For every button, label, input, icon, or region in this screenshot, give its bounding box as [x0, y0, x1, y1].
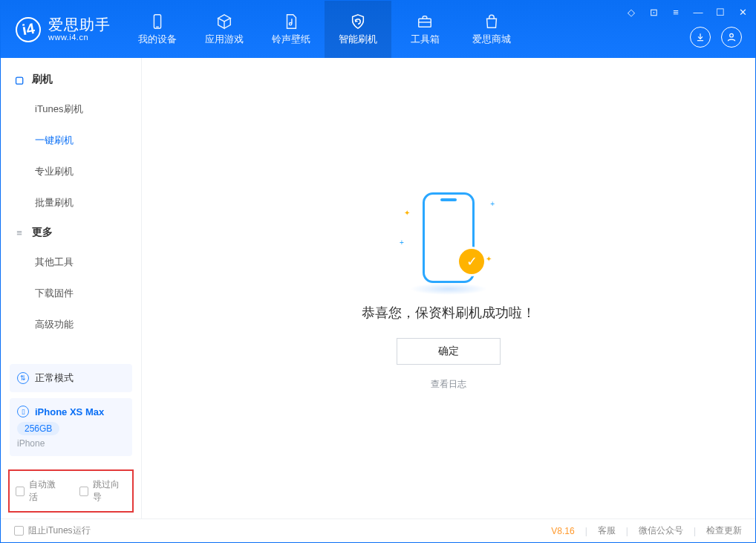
window-controls: ◇ ⊡ ≡ — ☐ ✕ [623, 4, 751, 20]
skin-icon[interactable]: ◇ [623, 4, 639, 20]
device-panel[interactable]: ▯ iPhone XS Max 256GB iPhone [10, 398, 132, 456]
download-icon [695, 32, 706, 42]
ok-button[interactable]: 确定 [397, 338, 501, 365]
toolbox-icon [416, 13, 434, 30]
checkbox-auto-activate[interactable]: 自动激活 [16, 478, 63, 504]
feedback-icon[interactable]: ⊡ [645, 4, 662, 20]
close-button[interactable]: ✕ [734, 4, 751, 20]
checkbox-label: 阻止iTunes运行 [28, 524, 91, 537]
tab-ringtones-wallpapers[interactable]: 铃声壁纸 [258, 1, 325, 58]
app-name: 爱思助手 [48, 16, 111, 33]
mode-panel[interactable]: ⇅ 正常模式 [10, 364, 132, 392]
tab-toolbox[interactable]: 工具箱 [391, 1, 458, 58]
svg-point-2 [289, 22, 291, 25]
checkbox-icon [14, 526, 24, 536]
checkmark-badge-icon: ✓ [459, 249, 484, 274]
svg-rect-0 [154, 14, 160, 27]
header-tabs: 我的设备 应用游戏 铃声壁纸 智能刷机 工具箱 爱思商城 [124, 1, 525, 58]
success-message: 恭喜您，保资料刷机成功啦！ [362, 304, 535, 322]
sidebar-item-download-firmware[interactable]: 下载固件 [1, 278, 141, 309]
tab-label: 智能刷机 [339, 33, 377, 46]
success-illustration: ✓ ✦ + + ✦ [389, 186, 508, 290]
device-type: iPhone [17, 438, 125, 449]
section-label: 刷机 [32, 73, 53, 86]
version-label: V8.16 [551, 526, 574, 536]
tab-smart-flash[interactable]: 智能刷机 [325, 1, 391, 58]
tab-label: 我的设备 [138, 33, 177, 46]
list-icon: ≡ [14, 227, 25, 238]
sidebar-item-other-tools[interactable]: 其他工具 [1, 247, 141, 278]
footer: 阻止iTunes运行 V8.16 | 客服 | 微信公众号 | 检查更新 [1, 518, 755, 542]
checkbox-skip-wizard[interactable]: 跳过向导 [79, 478, 127, 504]
sparkle-icon: ✦ [404, 209, 410, 217]
capacity-badge: 256GB [17, 422, 59, 435]
footer-check-update-link[interactable]: 检查更新 [706, 524, 742, 537]
svg-rect-3 [419, 19, 431, 27]
options-highlight: 自动激活 跳过向导 [8, 469, 134, 513]
tab-store[interactable]: 爱思商城 [458, 1, 525, 58]
checkbox-icon [16, 487, 25, 496]
phone-icon [149, 13, 166, 30]
app-window: i4 爱思助手 www.i4.cn 我的设备 应用游戏 铃声壁纸 智能刷机 [0, 0, 756, 543]
tab-label: 爱思商城 [472, 33, 511, 46]
menu-icon[interactable]: ≡ [668, 4, 684, 20]
sidebar-item-batch-flash[interactable]: 批量刷机 [1, 187, 141, 218]
body: ▢ 刷机 iTunes刷机 一键刷机 专业刷机 批量刷机 ≡ 更多 其他工具 下… [1, 58, 755, 518]
logo-text: 爱思助手 www.i4.cn [48, 16, 111, 42]
tab-label: 工具箱 [411, 33, 440, 46]
checkbox-block-itunes[interactable]: 阻止iTunes运行 [14, 524, 91, 537]
cube-icon [215, 13, 233, 30]
tab-label: 应用游戏 [205, 33, 244, 46]
sidebar-item-pro-flash[interactable]: 专业刷机 [1, 156, 141, 187]
footer-wechat-link[interactable]: 微信公众号 [639, 524, 683, 537]
user-icon [726, 32, 737, 42]
sparkle-icon: ✦ [486, 255, 492, 263]
tab-apps-games[interactable]: 应用游戏 [191, 1, 258, 58]
tab-my-device[interactable]: 我的设备 [124, 1, 191, 58]
profile-button[interactable] [721, 27, 742, 48]
maximize-button[interactable]: ☐ [712, 4, 729, 20]
app-url: www.i4.cn [48, 33, 111, 42]
section-label: 更多 [32, 226, 53, 239]
device-name: iPhone XS Max [35, 406, 104, 417]
shield-refresh-icon [349, 13, 367, 30]
main-content: ✓ ✦ + + ✦ 恭喜您，保资料刷机成功啦！ 确定 查看日志 [142, 58, 755, 518]
header: i4 爱思助手 www.i4.cn 我的设备 应用游戏 铃声壁纸 智能刷机 [1, 1, 755, 58]
sidebar: ▢ 刷机 iTunes刷机 一键刷机 专业刷机 批量刷机 ≡ 更多 其他工具 下… [1, 58, 142, 518]
checkbox-icon [79, 487, 88, 496]
sidebar-item-advanced[interactable]: 高级功能 [1, 309, 141, 340]
tab-label: 铃声壁纸 [272, 33, 310, 46]
checkbox-label: 自动激活 [29, 478, 62, 504]
bag-icon [483, 13, 501, 30]
sparkle-icon: + [400, 238, 404, 247]
footer-support-link[interactable]: 客服 [598, 524, 616, 537]
sparkle-icon: + [490, 200, 495, 208]
music-file-icon [282, 13, 300, 30]
logo: i4 爱思助手 www.i4.cn [1, 1, 124, 58]
mode-icon: ⇅ [17, 372, 29, 384]
section-more: ≡ 更多 [1, 218, 141, 247]
mode-label: 正常模式 [35, 371, 74, 385]
sidebar-item-itunes-flash[interactable]: iTunes刷机 [1, 94, 141, 125]
section-flash: ▢ 刷机 [1, 65, 141, 94]
svg-point-6 [730, 33, 734, 37]
view-log-link[interactable]: 查看日志 [431, 378, 466, 391]
download-button[interactable] [690, 27, 711, 48]
header-right-buttons [690, 27, 742, 48]
phone-small-icon: ▯ [17, 406, 29, 417]
minimize-button[interactable]: — [690, 4, 706, 20]
checkbox-label: 跳过向导 [93, 478, 126, 504]
device-icon: ▢ [14, 74, 25, 85]
sidebar-item-oneclick-flash[interactable]: 一键刷机 [1, 125, 141, 156]
logo-icon: i4 [16, 17, 41, 42]
